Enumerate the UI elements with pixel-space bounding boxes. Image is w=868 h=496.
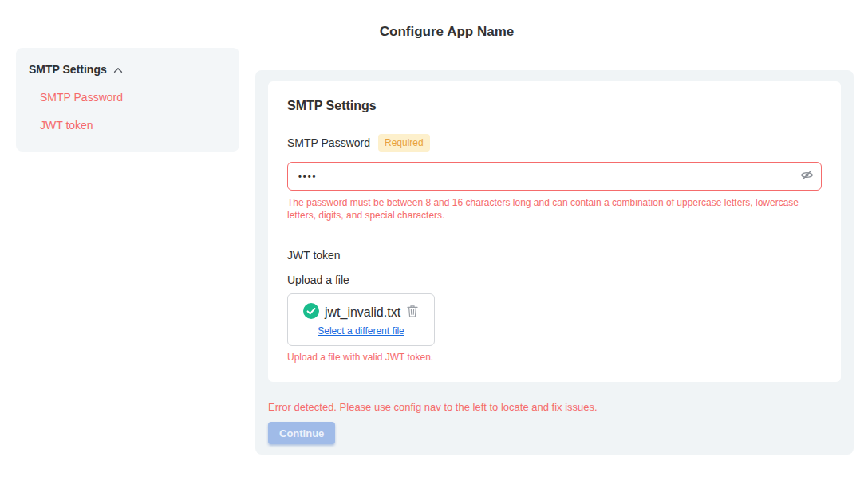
required-badge: Required [378, 134, 430, 152]
chevron-up-icon [112, 65, 124, 76]
page-title: Configure App Name [0, 24, 868, 40]
upload-file-label: Upload a file [287, 274, 822, 286]
sidebar-item-smtp-password[interactable]: SMTP Password [40, 91, 227, 104]
eye-off-icon [800, 168, 814, 184]
configure-page: Configure App Name SMTP Settings SMTP Pa… [0, 0, 868, 496]
smtp-password-input[interactable] [287, 162, 822, 191]
jwt-token-label: JWT token [287, 249, 822, 262]
check-circle-icon [303, 303, 319, 322]
file-upload-box: jwt_invalid.txt Sele [287, 293, 435, 346]
password-input-wrap [287, 162, 822, 191]
password-error-text: The password must be between 8 and 16 ch… [287, 196, 817, 222]
card-heading: SMTP Settings [287, 99, 822, 113]
select-different-file-link[interactable]: Select a different file [318, 325, 404, 337]
config-panel: SMTP Settings SMTP Password Required [255, 70, 854, 455]
smtp-password-label: SMTP Password [287, 136, 370, 149]
jwt-error-text: Upload a file with valid JWT token. [287, 352, 822, 363]
delete-file-button[interactable] [406, 305, 419, 321]
trash-icon [406, 305, 419, 321]
sidebar-section-smtp-settings[interactable]: SMTP Settings [29, 63, 227, 76]
config-nav-sidebar: SMTP Settings SMTP Password JWT token [16, 48, 239, 152]
uploaded-file-row: jwt_invalid.txt [303, 303, 419, 322]
toggle-password-visibility-button[interactable] [800, 168, 814, 184]
smtp-password-label-row: SMTP Password Required [287, 134, 822, 152]
form-error-banner: Error detected. Please use config nav to… [268, 401, 841, 413]
continue-button[interactable]: Continue [268, 422, 335, 444]
sidebar-section-label: SMTP Settings [29, 63, 107, 76]
uploaded-file-name: jwt_invalid.txt [325, 305, 400, 320]
sidebar-item-jwt-token[interactable]: JWT token [40, 119, 227, 132]
smtp-settings-card: SMTP Settings SMTP Password Required [268, 81, 841, 382]
